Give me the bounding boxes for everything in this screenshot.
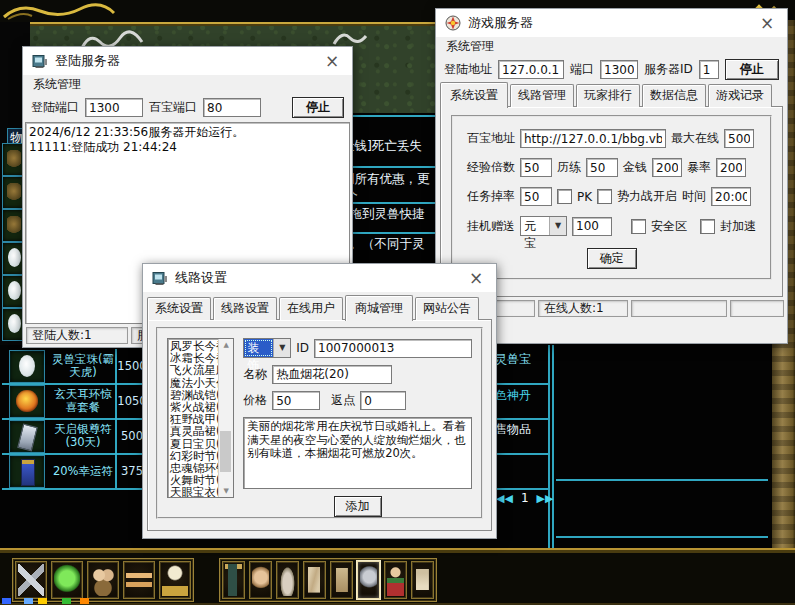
toolbar-slot-craft[interactable]	[330, 561, 353, 599]
stop-button[interactable]: 停止	[292, 97, 344, 118]
bbg-port-label: 百宝端口	[149, 99, 197, 116]
crit-rate-input[interactable]	[716, 158, 746, 177]
bbg-address-input[interactable]	[520, 129, 666, 148]
ok-button[interactable]: 确定	[587, 248, 637, 269]
toolbar-slot-npc[interactable]	[384, 561, 407, 599]
login-count-status: 登陆人数:1	[26, 327, 128, 344]
shop-item-name: 玄天耳环惊喜套餐	[50, 384, 116, 418]
item-id-input[interactable]	[314, 339, 472, 358]
toolbar-slot-quest[interactable]	[303, 561, 326, 599]
faction-war-checkbox[interactable]	[597, 189, 612, 204]
lilian-input[interactable]	[586, 158, 618, 177]
login-server-title: 登陆服务器	[55, 52, 120, 70]
talisman-blue-icon	[9, 455, 45, 488]
scroll-icon	[414, 564, 431, 596]
line-settings-tab-1[interactable]: 系统设置	[147, 297, 211, 320]
trade-icon	[126, 564, 152, 596]
item-name-input[interactable]	[272, 365, 392, 384]
line-settings-tab-2[interactable]: 线路设置	[213, 297, 277, 320]
toolbar-slot-skill[interactable]	[51, 561, 83, 599]
scrollbar-thumb[interactable]	[220, 431, 231, 472]
shop-pagination: ◀◀ 1 ▶▶	[496, 491, 553, 505]
afk-gift-label: 挂机赠送	[467, 218, 515, 235]
toolbar-slot-guild-flag[interactable]	[222, 561, 245, 599]
afk-gift-amount-input[interactable]	[572, 217, 612, 236]
mall-item-list[interactable]: 凤罗长今袍(女)冰霜长今袍(女)飞火流星服(男)魔法小天使(女)碧渊战铠(男)紫…	[167, 338, 234, 498]
pk-checkbox[interactable]	[557, 189, 572, 204]
port-label: 端口	[570, 61, 594, 78]
quest-icon	[306, 564, 323, 596]
stop-button[interactable]: 停止	[725, 59, 779, 80]
max-online-input[interactable]	[724, 129, 754, 148]
login-port-input[interactable]	[85, 98, 143, 117]
egg-icon	[9, 350, 45, 383]
game-server-tab-4[interactable]: 数据信息	[642, 84, 706, 107]
server-id-input[interactable]	[699, 60, 719, 79]
menu-system-management[interactable]: 系统管理	[33, 76, 81, 93]
shop-row[interactable]: 灵兽宝珠(霸天虎)1500	[0, 349, 150, 383]
mall-management-panel: 凤罗长今袍(女)冰霜长今袍(女)飞火流星服(男)魔法小天使(女)碧渊战铠(男)紫…	[147, 319, 492, 531]
page-next-icon[interactable]: ▶▶	[537, 492, 554, 505]
scroll-up-icon[interactable]: ▲	[219, 339, 233, 351]
line-settings-tab-4[interactable]: 商城管理	[345, 295, 413, 321]
game-server-tab-1[interactable]: 系统设置	[440, 82, 508, 108]
shop-row[interactable]: 玄天耳环惊喜套餐1050	[0, 384, 150, 418]
list-scrollbar[interactable]: ▲ ▼	[218, 339, 233, 497]
task-drop-input[interactable]	[520, 187, 552, 206]
line-settings-tab-5[interactable]: 网站公告	[415, 297, 479, 320]
shop-row[interactable]: 天启银尊符(30天)500	[0, 419, 150, 453]
online-count-status: 在线人数:1	[538, 300, 628, 317]
game-server-tabs: 系统设置线路管理玩家排行数据信息游戏记录	[436, 83, 787, 107]
bbg-port-input[interactable]	[203, 98, 261, 117]
close-icon[interactable]: ×	[756, 15, 778, 32]
toolbar-slot-team[interactable]	[87, 561, 119, 599]
game-server-tab-3[interactable]: 玩家排行	[576, 84, 640, 107]
close-icon[interactable]: ×	[321, 53, 343, 70]
shop-item-name: 20%幸运符	[50, 454, 116, 488]
minimap-dot	[80, 598, 89, 604]
exp-rate-input[interactable]	[520, 158, 552, 177]
toolbar-slot-attack[interactable]	[15, 561, 47, 599]
guild-flag-icon	[225, 564, 242, 596]
add-button[interactable]: 添加	[334, 496, 382, 517]
afk-gift-type-select[interactable]: 元宝 ▼	[520, 216, 567, 236]
faction-time-input[interactable]	[711, 187, 751, 206]
game-server-tab-2[interactable]: 线路管理	[510, 84, 574, 107]
chevron-down-icon[interactable]: ▼	[273, 339, 290, 357]
game-server-titlebar[interactable]: 游戏服务器 ×	[436, 9, 787, 37]
login-address-input[interactable]	[498, 60, 564, 79]
item-description-box[interactable]: 美丽的烟花常用在庆祝节日或婚礼上。看着满天星的夜空与心爱的人绽放绚烂烟火，也别有…	[243, 417, 472, 489]
minimap-dot	[62, 598, 71, 604]
faction-war-label: 势力战开启	[617, 188, 677, 205]
price-input[interactable]	[272, 391, 320, 410]
bbg-address-label: 百宝地址	[467, 130, 515, 147]
login-server-titlebar[interactable]: 登陆服务器 ×	[23, 47, 352, 75]
toolbar-slot-character[interactable]	[249, 561, 272, 599]
money-rate-input[interactable]	[652, 158, 682, 177]
line-settings-tab-3[interactable]: 在线用户	[279, 297, 343, 320]
toolbar-slot-pet[interactable]	[159, 561, 191, 599]
shop-row[interactable]: 20%幸运符375	[0, 454, 150, 488]
menu-system-management[interactable]: 系统管理	[446, 38, 494, 55]
block-speed-checkbox[interactable]	[700, 219, 715, 234]
line-settings-tabs: 系统设置线路设置在线用户商城管理网站公告	[143, 296, 496, 320]
toolbar-slot-scroll[interactable]	[411, 561, 434, 599]
bag-icon	[279, 564, 296, 596]
status-segment	[730, 300, 784, 317]
category-value: 装饰	[244, 339, 273, 357]
chevron-down-icon[interactable]: ▼	[549, 217, 566, 235]
port-input[interactable]	[600, 60, 638, 79]
toolbar-slot-bag[interactable]	[276, 561, 299, 599]
page-prev-icon[interactable]: ◀◀	[496, 492, 513, 505]
line-settings-title: 线路设置	[175, 269, 227, 287]
toolbar-slot-trade[interactable]	[123, 561, 155, 599]
game-server-tab-5[interactable]: 游戏记录	[708, 84, 772, 107]
line-settings-titlebar[interactable]: 线路设置 ×	[143, 264, 496, 292]
safe-zone-checkbox[interactable]	[631, 219, 646, 234]
scroll-down-icon[interactable]: ▼	[219, 485, 233, 497]
toolbar-slot-forge[interactable]	[357, 561, 380, 599]
rebate-input[interactable]	[360, 391, 406, 410]
close-icon[interactable]: ×	[465, 270, 487, 287]
info-panel-line	[556, 479, 768, 481]
category-select[interactable]: 装饰 ▼	[243, 338, 291, 358]
